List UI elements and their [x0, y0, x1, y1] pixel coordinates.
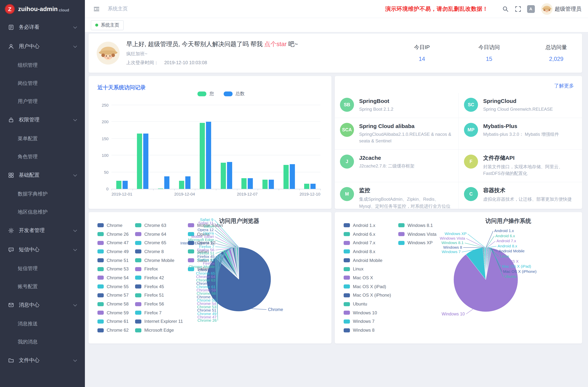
chevron-down-icon: [73, 117, 77, 121]
sidebar-subitem-label: 地区信息维护: [18, 209, 48, 215]
stat-today-ip: 今日IP 14: [410, 44, 434, 62]
pie-callout-label: Chrome 26: [197, 318, 217, 323]
sidebar-subitem-[interactable]: 数据字典维护: [0, 185, 85, 203]
sidebar-item-label: 基础配置: [19, 172, 74, 179]
logo-badge: Z: [5, 4, 15, 14]
pie-callout-label: Mac OS X (iPad): [502, 264, 531, 268]
sidebar-subitem-[interactable]: 消息推送: [0, 315, 85, 333]
axis-tick: [258, 189, 258, 190]
search-icon[interactable]: [502, 5, 509, 13]
framework-desc: 虚拟化容器技术，让迁移、部署更加方便快捷: [483, 196, 572, 203]
framework-text: SpringBootSpring Boot 2.1.2: [359, 98, 393, 113]
sidebar-subitem-[interactable]: 短信管理: [0, 259, 85, 277]
greeting: 早上好, 超级管理员, 今天帮别人解决问题了吗 帮我 点个star 吧~: [126, 40, 410, 48]
sidebar-item-[interactable]: 开发者管理: [0, 221, 85, 240]
framework-desc: Spring Boot 2.1.2: [359, 106, 393, 113]
framework-text: 容器技术虚拟化容器技术，让迁移、部署更加方便快捷: [483, 187, 572, 209]
sidebar-subitem-[interactable]: 账号配置: [0, 277, 85, 296]
bar-group: [237, 105, 258, 189]
sidebar-item-label: 文件中心: [19, 357, 74, 364]
legend-swatch: [198, 91, 207, 96]
pie-callout-line: [468, 234, 485, 247]
username[interactable]: 超级管理员: [555, 5, 581, 12]
sidebar-item-[interactable]: 用户中心: [0, 37, 85, 56]
x-axis-label: 2019-12-07: [232, 192, 262, 196]
pie-callout-label: Windows Vista: [440, 236, 465, 240]
bar-yours: [200, 123, 205, 189]
tab-active-dot: [95, 24, 98, 27]
sidebar-subitem-[interactable]: 地区信息维护: [0, 203, 85, 221]
avatar[interactable]: [541, 3, 552, 15]
sidebar-subitem-[interactable]: 我的消息: [0, 333, 85, 351]
pie-callout-label: Windows 10: [442, 312, 465, 316]
last-login-label: 上次登录时间：: [126, 60, 159, 65]
framework-avatar: M: [340, 187, 354, 201]
sidebar-subitem-[interactable]: 用户管理: [0, 92, 85, 110]
framework-title: Spring Cloud alibaba: [359, 123, 452, 129]
pie-callout-line: [214, 220, 239, 247]
sidebar-item-[interactable]: 权限管理: [0, 110, 85, 129]
bar-group: [279, 105, 299, 189]
sidebar-subitem-[interactable]: 角色管理: [0, 148, 85, 166]
pie-callout-line: [215, 233, 236, 247]
pie-callout-label: Linux: [500, 254, 509, 258]
framework-item: SCSpringCloudSpring Cloud Greenwich.RELE…: [459, 93, 582, 118]
sidebar-item-[interactable]: 务必详看: [0, 18, 85, 37]
user-icon: [8, 43, 14, 49]
book-icon: [8, 24, 14, 30]
bar-group: [132, 105, 153, 189]
axis-tick: [132, 189, 133, 190]
greeting-suffix: 吧~: [287, 41, 298, 47]
pie-callout-label: Mac OS X: [501, 259, 519, 264]
star-link[interactable]: 点个star: [264, 41, 287, 47]
sidebar-item-[interactable]: 消息中心: [0, 296, 85, 315]
legend-label: 总数: [235, 91, 245, 97]
bar-total: [143, 134, 148, 189]
stat-value: 15: [477, 56, 501, 62]
x-axis-label: 2019-12-10: [295, 192, 325, 196]
legend-item-yours[interactable]: 您: [198, 91, 214, 97]
pie-callout-label: Android 8.x: [498, 244, 517, 248]
bar-total: [123, 181, 128, 189]
os-pie-card: 访问用户操作系统 Android 1.xAndroid 6.xAndroid 7…: [335, 212, 582, 344]
pie-callout-line: [252, 309, 267, 309]
bar-total: [206, 122, 211, 189]
sidebar-subitem-[interactable]: 菜单配置: [0, 129, 85, 148]
tab-system-home[interactable]: 系统主页: [91, 20, 124, 30]
font-size-icon[interactable]: A: [527, 5, 535, 13]
logo[interactable]: Z zuihou-admin cloud: [0, 0, 85, 18]
sidebar-item-[interactable]: 基础配置: [0, 166, 85, 185]
framework-avatar: J: [340, 155, 354, 169]
framework-desc: Spring Cloud Greenwich.RELEASE: [483, 106, 553, 113]
stat-total-visits: 总访问量 2,029: [545, 44, 568, 62]
legend-item-total[interactable]: 总数: [224, 91, 245, 97]
sidebar-subitem-[interactable]: 岗位管理: [0, 74, 85, 92]
bar-total: [185, 176, 190, 189]
menu-collapse-icon[interactable]: [93, 5, 100, 13]
framework-avatar: F: [464, 155, 478, 169]
sidebar-item-[interactable]: 文件中心: [0, 351, 85, 370]
framework-title: 文件存储API: [483, 155, 575, 162]
framework-item: SCASpring Cloud alibabaSpringCloudAlibab…: [335, 118, 459, 150]
framework-item: M监控集成SpringBootAdmin、Zipkin、Redis、Mysql、…: [335, 182, 459, 209]
pie-callout-line: [488, 246, 496, 248]
last-login: 上次登录时间： 2019-12-10 10:03:08: [126, 60, 410, 66]
fullscreen-icon[interactable]: [514, 5, 522, 13]
bar-yours: [283, 165, 289, 189]
framework-item: SBSpringBootSpring Boot 2.1.2: [335, 93, 459, 118]
y-axis-label: 100: [94, 153, 108, 158]
learn-more-link[interactable]: 了解更多: [554, 83, 574, 89]
sidebar-subitem-[interactable]: 组织管理: [0, 56, 85, 74]
sidebar-item-[interactable]: 短信中心: [0, 240, 85, 259]
stat-label: 今日IP: [410, 44, 434, 51]
topbar: 系统主页 演示环境维护不易，请勿乱删乱改数据！ A: [85, 0, 588, 18]
chevron-down-icon: [73, 228, 77, 232]
bar-total: [310, 184, 315, 189]
sms-icon: [8, 247, 14, 253]
pie-callout-line: [466, 309, 473, 314]
sidebar-item-label: 短信中心: [19, 246, 74, 253]
framework-title: Mybatis-Plus: [483, 123, 559, 129]
bar-total: [290, 164, 295, 189]
framework-desc: 集成SpringBootAdmin、Zipkin、Redis、Mysql、定时任…: [359, 196, 452, 209]
app: Z zuihou-admin cloud 务必详看用户中心组织管理岗位管理用户管…: [0, 0, 588, 387]
